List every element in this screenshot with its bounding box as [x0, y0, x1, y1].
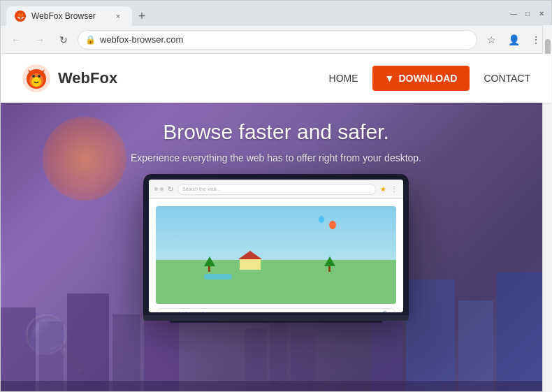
- mini-tree-top-1: [204, 256, 215, 266]
- bookmark-button[interactable]: ☆: [481, 30, 501, 50]
- deco-circle: [43, 117, 126, 201]
- mini-ground: [156, 260, 396, 304]
- site-navbar: WebFox HOME ▼ DOWNLOAD CONTACT: [1, 54, 551, 103]
- forward-button[interactable]: →: [30, 30, 50, 50]
- mini-house: [240, 252, 261, 270]
- mini-river: [204, 274, 232, 280]
- laptop-base: [143, 315, 409, 321]
- svg-point-7: [38, 75, 41, 78]
- mock-menu-icon: ⋮: [391, 185, 398, 193]
- mock-star-icon: ★: [380, 185, 386, 193]
- mini-tree-2: [324, 256, 335, 272]
- browser-toolbar: ← → ↻ 🔒 webfox-browser.com ☆ 👤 ⋮: [1, 26, 551, 54]
- refresh-button[interactable]: ↻: [54, 30, 73, 50]
- mock-search-bar: Search the web... 🔍: [156, 308, 396, 312]
- watermark-search: 🔍: [22, 312, 92, 377]
- mini-tree-1: [204, 256, 215, 272]
- profile-button[interactable]: 👤: [504, 30, 523, 50]
- new-tab-button[interactable]: +: [132, 6, 152, 26]
- hero-title: Browse faster and safer.: [131, 120, 421, 144]
- page-content: WebFox HOME ▼ DOWNLOAD CONTACT: [1, 54, 551, 391]
- mini-house-roof: [238, 251, 262, 259]
- address-text: webfox-browser.com: [100, 34, 470, 45]
- hero-text-area: Browse faster and safer. Experience ever…: [131, 103, 421, 164]
- svg-rect-21: [1, 381, 551, 391]
- mini-balloon2: [319, 216, 324, 223]
- mock-nav-dots: [154, 187, 164, 191]
- svg-rect-12: [112, 314, 140, 391]
- download-label: DOWNLOAD: [398, 73, 457, 84]
- address-bar[interactable]: 🔒 webfox-browser.com: [78, 30, 477, 50]
- download-button[interactable]: ▼ DOWNLOAD: [372, 66, 470, 91]
- mock-search-icon: 🔍: [382, 311, 390, 312]
- minimize-button[interactable]: —: [509, 9, 518, 17]
- tab-close-button[interactable]: ×: [112, 10, 124, 22]
- mini-house-body: [240, 259, 261, 270]
- tab-title: WebFox Browser: [31, 11, 107, 21]
- svg-point-8: [34, 78, 39, 82]
- mini-tree-top-2: [324, 256, 335, 266]
- mock-dot-1: [154, 187, 158, 191]
- mock-search-text: Search the web...: [162, 311, 379, 312]
- mini-sky: [156, 206, 396, 260]
- laptop-screen-inner: ↻ Search the web... ★ ⋮: [149, 180, 403, 312]
- mock-dot-2: [160, 187, 164, 191]
- mock-landscape: [156, 206, 396, 304]
- maximize-button[interactable]: □: [523, 9, 532, 17]
- mini-tree-trunk-1: [208, 266, 210, 272]
- window-controls: — □ ✕: [509, 9, 546, 17]
- mock-search-area: Search the web... 🔍: [156, 308, 396, 312]
- download-icon: ▼: [385, 73, 395, 84]
- hero-section: 🔍 Browse faster and safer. Experience ev…: [1, 103, 551, 391]
- svg-rect-14: [406, 280, 455, 391]
- tab-area: 🦊 WebFox Browser × +: [6, 1, 504, 26]
- laptop-mockup: ↻ Search the web... ★ ⋮: [143, 174, 409, 321]
- title-bar: 🦊 WebFox Browser × + — □ ✕: [1, 1, 551, 26]
- mock-page-content: Search the web... 🔍 Times Classict: [149, 199, 403, 312]
- logo-area: WebFox: [22, 64, 329, 93]
- toolbar-actions: ☆ 👤 ⋮: [481, 30, 546, 50]
- svg-point-6: [32, 75, 35, 78]
- nav-contact-link[interactable]: CONTACT: [484, 73, 530, 84]
- nav-links: HOME ▼ DOWNLOAD CONTACT: [329, 66, 530, 91]
- active-tab[interactable]: 🦊 WebFox Browser ×: [6, 6, 132, 26]
- hero-subtitle: Experience everything the web has to off…: [131, 152, 421, 164]
- mock-search-placeholder: Search the web...: [182, 187, 220, 191]
- mini-scene: [156, 206, 396, 304]
- laptop-screen-outer: ↻ Search the web... ★ ⋮: [143, 174, 409, 315]
- close-button[interactable]: ✕: [537, 9, 546, 17]
- site-logo-text: WebFox: [58, 69, 117, 87]
- mini-tree-trunk-2: [328, 266, 331, 272]
- back-button[interactable]: ←: [6, 30, 26, 50]
- svg-rect-15: [458, 300, 493, 391]
- tab-favicon: 🦊: [15, 10, 26, 22]
- site-logo-icon: [22, 64, 51, 93]
- lock-icon: 🔒: [85, 35, 96, 45]
- mock-browser-bar: ↻ Search the web... ★ ⋮: [149, 180, 403, 199]
- mock-refresh-icon: ↻: [168, 185, 173, 193]
- mock-address-bar: Search the web...: [177, 184, 376, 195]
- nav-home-link[interactable]: HOME: [329, 73, 358, 84]
- browser-window: 🦊 WebFox Browser × + — □ ✕ ← → ↻ 🔒 webfo…: [0, 0, 552, 392]
- mini-balloon: [329, 221, 336, 229]
